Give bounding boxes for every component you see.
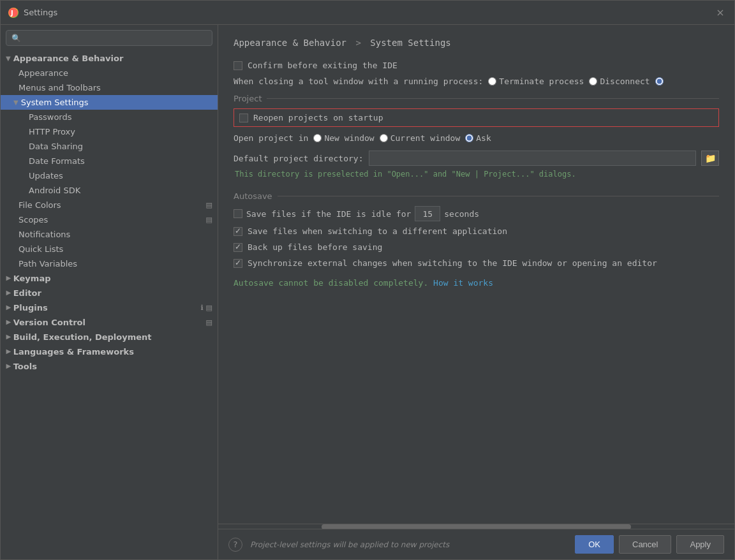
apply-button[interactable]: Apply bbox=[676, 535, 724, 554]
sidebar-item-http-proxy[interactable]: HTTP Proxy bbox=[1, 124, 218, 139]
new-window-radio[interactable] bbox=[313, 134, 322, 142]
closing-label: When closing a tool window with a runnin… bbox=[234, 77, 483, 86]
switch-app-label: Save files when switching to a different… bbox=[248, 226, 507, 236]
project-section: Project Reopen projects on startup Open … bbox=[234, 94, 719, 179]
help-button[interactable]: ? bbox=[228, 538, 242, 552]
settings-content: Appearance & Behavior > System Settings … bbox=[218, 25, 734, 524]
idle-prefix: Save files if the IDE is idle for bbox=[246, 209, 411, 219]
open-project-row: Open project in New window Current windo… bbox=[234, 133, 719, 143]
sidebar-item-menus-toolbars[interactable]: Menus and Toolbars bbox=[1, 80, 218, 95]
scrollbar[interactable] bbox=[218, 524, 734, 529]
sidebar-item-date-formats[interactable]: Date Formats bbox=[1, 154, 218, 168]
default-dir-label: Default project directory: bbox=[234, 154, 364, 163]
autosave-section: Autosave Save files if the IDE is idle f… bbox=[234, 191, 719, 288]
backup-label: Back up files before saving bbox=[248, 242, 382, 252]
terminate-label: Terminate process bbox=[499, 77, 584, 86]
dir-hint-text: This directory is preselected in "Open..… bbox=[234, 170, 719, 179]
title-bar: J Settings × bbox=[1, 1, 734, 25]
browse-button[interactable]: 📁 bbox=[701, 151, 719, 166]
sidebar-item-updates[interactable]: Updates bbox=[1, 168, 218, 183]
sync-checkbox[interactable] bbox=[234, 259, 242, 268]
sidebar-item-file-colors[interactable]: File Colors ▤ bbox=[1, 198, 218, 212]
autosave-note-prefix: Autosave cannot be disabled completely. bbox=[234, 278, 428, 288]
idle-row: Save files if the IDE is idle for second… bbox=[234, 206, 719, 221]
chevron-right-icon-lang: ▼ bbox=[4, 350, 11, 355]
file-colors-badge: ▤ bbox=[206, 201, 212, 209]
disconnect-radio[interactable] bbox=[589, 77, 597, 85]
confirm-exit-label: Confirm before exiting the IDE bbox=[248, 61, 397, 70]
folder-icon: 📁 bbox=[705, 153, 716, 163]
current-window-option[interactable]: Current window bbox=[380, 133, 461, 143]
sidebar-item-editor[interactable]: ▼ Editor bbox=[1, 286, 218, 300]
ask-closing-option[interactable] bbox=[655, 77, 664, 85]
sidebar-group-label: Appearance & Behavior bbox=[13, 54, 124, 63]
how-it-works-link[interactable]: How it works bbox=[433, 278, 493, 288]
backup-row: Back up files before saving bbox=[234, 242, 719, 252]
sidebar-item-quick-lists[interactable]: Quick Lists bbox=[1, 242, 218, 256]
sidebar-item-passwords[interactable]: Passwords bbox=[1, 110, 218, 124]
sidebar-item-appearance-behavior[interactable]: ▼ Appearance & Behavior bbox=[1, 51, 218, 66]
search-input[interactable] bbox=[25, 33, 207, 43]
terminate-option[interactable]: Terminate process bbox=[488, 77, 584, 86]
main-content: 🔍 ▼ Appearance & Behavior Appearance Men… bbox=[1, 25, 734, 559]
ask-radio[interactable] bbox=[465, 134, 473, 142]
terminate-radio[interactable] bbox=[488, 77, 496, 85]
sync-label: Synchronize external changes when switch… bbox=[248, 258, 657, 268]
dialog-buttons: OK Cancel Apply bbox=[575, 535, 724, 554]
idle-checkbox[interactable] bbox=[234, 209, 242, 218]
chevron-right-icon-build: ▼ bbox=[4, 335, 11, 340]
bottom-bar: ? Project-level settings will be applied… bbox=[218, 529, 734, 559]
plugins-badge: ℹ ▤ bbox=[201, 304, 212, 312]
close-button[interactable]: × bbox=[714, 6, 727, 19]
reopen-projects-label: Reopen projects on startup bbox=[253, 113, 383, 122]
autosave-header-row: Autosave bbox=[234, 191, 719, 201]
new-window-option[interactable]: New window bbox=[313, 133, 374, 143]
switch-app-checkbox[interactable] bbox=[234, 227, 242, 236]
help-icon: ? bbox=[234, 540, 238, 549]
breadcrumb-current: System Settings bbox=[370, 38, 450, 48]
disconnect-option[interactable]: Disconnect bbox=[589, 77, 650, 86]
sidebar-item-path-variables[interactable]: Path Variables bbox=[1, 256, 218, 271]
sidebar-item-plugins[interactable]: ▼ Plugins ℹ ▤ bbox=[1, 300, 218, 315]
switch-app-row: Save files when switching to a different… bbox=[234, 226, 719, 236]
reopen-projects-row: Reopen projects on startup bbox=[234, 108, 719, 127]
breadcrumb-root: Appearance & Behavior bbox=[234, 38, 346, 48]
ask-closing-radio[interactable] bbox=[655, 77, 664, 85]
sidebar-item-system-settings[interactable]: ▼ System Settings bbox=[1, 95, 218, 110]
project-header-label: Project bbox=[234, 94, 262, 103]
ask-option[interactable]: Ask bbox=[465, 133, 491, 143]
sidebar-item-languages[interactable]: ▼ Languages & Frameworks bbox=[1, 344, 218, 359]
confirm-exit-checkbox[interactable] bbox=[234, 61, 242, 70]
chevron-right-icon-plugins: ▼ bbox=[4, 306, 11, 311]
new-window-label: New window bbox=[324, 133, 374, 143]
current-window-radio[interactable] bbox=[380, 134, 388, 142]
sidebar-item-tools[interactable]: ▼ Tools bbox=[1, 359, 218, 374]
project-divider bbox=[267, 98, 719, 99]
vc-badge: ▤ bbox=[206, 318, 212, 327]
autosave-header-label: Autosave bbox=[234, 191, 272, 201]
idle-value-input[interactable] bbox=[415, 206, 440, 221]
chevron-right-icon-vc: ▼ bbox=[4, 320, 11, 325]
ask-label: Ask bbox=[476, 133, 491, 143]
reopen-projects-checkbox[interactable] bbox=[239, 114, 248, 122]
sidebar-item-scopes[interactable]: Scopes ▤ bbox=[1, 212, 218, 227]
autosave-note: Autosave cannot be disabled completely. … bbox=[234, 278, 719, 288]
sidebar-item-build[interactable]: ▼ Build, Execution, Deployment bbox=[1, 330, 218, 344]
sync-row: Synchronize external changes when switch… bbox=[234, 258, 719, 268]
sidebar-item-notifications[interactable]: Notifications bbox=[1, 227, 218, 242]
search-box[interactable]: 🔍 bbox=[6, 30, 212, 46]
autosave-divider bbox=[278, 196, 719, 196]
sidebar-item-appearance[interactable]: Appearance bbox=[1, 66, 218, 80]
default-dir-input[interactable] bbox=[369, 151, 697, 166]
sidebar-item-android-sdk[interactable]: Android SDK bbox=[1, 183, 218, 198]
ok-button[interactable]: OK bbox=[575, 535, 614, 554]
backup-checkbox[interactable] bbox=[234, 243, 242, 252]
right-panel: Appearance & Behavior > System Settings … bbox=[218, 25, 734, 559]
sidebar-item-data-sharing[interactable]: Data Sharing bbox=[1, 139, 218, 154]
sidebar-item-keymap[interactable]: ▼ Keymap bbox=[1, 271, 218, 286]
chevron-right-icon-keymap: ▼ bbox=[4, 276, 11, 281]
project-header-row: Project bbox=[234, 94, 719, 103]
cancel-button[interactable]: Cancel bbox=[619, 535, 671, 554]
sidebar-item-version-control[interactable]: ▼ Version Control ▤ bbox=[1, 315, 218, 330]
sidebar: 🔍 ▼ Appearance & Behavior Appearance Men… bbox=[1, 25, 218, 559]
